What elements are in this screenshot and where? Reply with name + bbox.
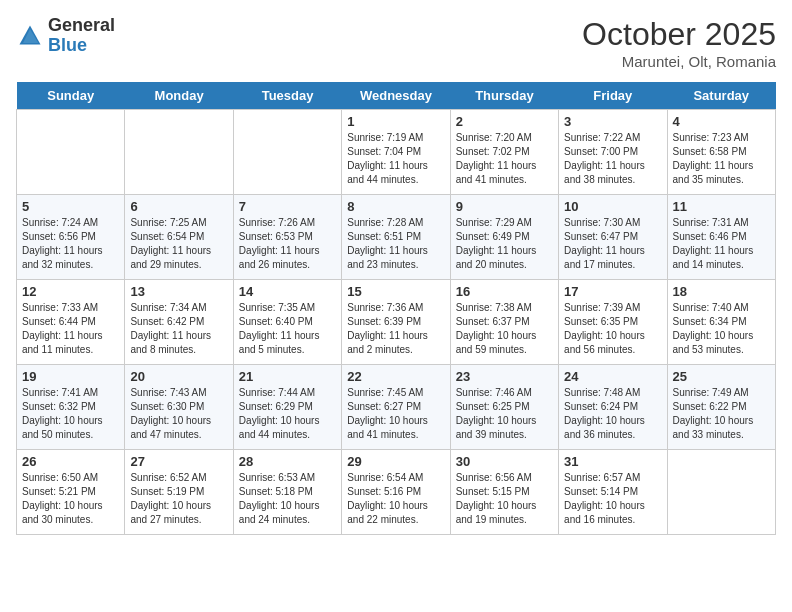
day-number: 9: [456, 199, 553, 214]
day-info: Sunrise: 7:36 AMSunset: 6:39 PMDaylight:…: [347, 302, 428, 355]
day-number: 28: [239, 454, 336, 469]
calendar-cell: 27 Sunrise: 6:52 AMSunset: 5:19 PMDaylig…: [125, 450, 233, 535]
day-info: Sunrise: 7:48 AMSunset: 6:24 PMDaylight:…: [564, 387, 645, 440]
day-number: 6: [130, 199, 227, 214]
weekday-header-tuesday: Tuesday: [233, 82, 341, 110]
day-number: 24: [564, 369, 661, 384]
day-info: Sunrise: 7:26 AMSunset: 6:53 PMDaylight:…: [239, 217, 320, 270]
day-number: 10: [564, 199, 661, 214]
calendar-cell: [125, 110, 233, 195]
day-number: 15: [347, 284, 444, 299]
calendar-cell: 5 Sunrise: 7:24 AMSunset: 6:56 PMDayligh…: [17, 195, 125, 280]
calendar-cell: 2 Sunrise: 7:20 AMSunset: 7:02 PMDayligh…: [450, 110, 558, 195]
day-number: 2: [456, 114, 553, 129]
day-number: 27: [130, 454, 227, 469]
weekday-header-monday: Monday: [125, 82, 233, 110]
day-info: Sunrise: 7:20 AMSunset: 7:02 PMDaylight:…: [456, 132, 537, 185]
day-info: Sunrise: 7:35 AMSunset: 6:40 PMDaylight:…: [239, 302, 320, 355]
day-info: Sunrise: 6:56 AMSunset: 5:15 PMDaylight:…: [456, 472, 537, 525]
page-header: General Blue October 2025 Maruntei, Olt,…: [16, 16, 776, 70]
calendar-cell: 15 Sunrise: 7:36 AMSunset: 6:39 PMDaylig…: [342, 280, 450, 365]
calendar-cell: 13 Sunrise: 7:34 AMSunset: 6:42 PMDaylig…: [125, 280, 233, 365]
day-number: 20: [130, 369, 227, 384]
calendar-cell: 31 Sunrise: 6:57 AMSunset: 5:14 PMDaylig…: [559, 450, 667, 535]
calendar-cell: [233, 110, 341, 195]
day-number: 21: [239, 369, 336, 384]
calendar-week-row: 26 Sunrise: 6:50 AMSunset: 5:21 PMDaylig…: [17, 450, 776, 535]
day-number: 8: [347, 199, 444, 214]
day-info: Sunrise: 6:57 AMSunset: 5:14 PMDaylight:…: [564, 472, 645, 525]
day-number: 13: [130, 284, 227, 299]
day-number: 26: [22, 454, 119, 469]
logo-text: General Blue: [48, 16, 115, 56]
calendar-cell: 22 Sunrise: 7:45 AMSunset: 6:27 PMDaylig…: [342, 365, 450, 450]
calendar-cell: 12 Sunrise: 7:33 AMSunset: 6:44 PMDaylig…: [17, 280, 125, 365]
day-number: 14: [239, 284, 336, 299]
day-info: Sunrise: 6:53 AMSunset: 5:18 PMDaylight:…: [239, 472, 320, 525]
calendar-cell: [17, 110, 125, 195]
calendar-cell: 19 Sunrise: 7:41 AMSunset: 6:32 PMDaylig…: [17, 365, 125, 450]
logo-blue-text: Blue: [48, 36, 115, 56]
day-info: Sunrise: 7:24 AMSunset: 6:56 PMDaylight:…: [22, 217, 103, 270]
title-block: October 2025 Maruntei, Olt, Romania: [582, 16, 776, 70]
day-number: 1: [347, 114, 444, 129]
day-info: Sunrise: 7:45 AMSunset: 6:27 PMDaylight:…: [347, 387, 428, 440]
calendar-week-row: 1 Sunrise: 7:19 AMSunset: 7:04 PMDayligh…: [17, 110, 776, 195]
day-number: 12: [22, 284, 119, 299]
calendar-cell: 17 Sunrise: 7:39 AMSunset: 6:35 PMDaylig…: [559, 280, 667, 365]
day-info: Sunrise: 7:19 AMSunset: 7:04 PMDaylight:…: [347, 132, 428, 185]
day-info: Sunrise: 7:31 AMSunset: 6:46 PMDaylight:…: [673, 217, 754, 270]
day-info: Sunrise: 7:23 AMSunset: 6:58 PMDaylight:…: [673, 132, 754, 185]
logo-icon: [16, 22, 44, 50]
calendar-cell: 29 Sunrise: 6:54 AMSunset: 5:16 PMDaylig…: [342, 450, 450, 535]
day-number: 19: [22, 369, 119, 384]
calendar-cell: 1 Sunrise: 7:19 AMSunset: 7:04 PMDayligh…: [342, 110, 450, 195]
calendar-cell: 28 Sunrise: 6:53 AMSunset: 5:18 PMDaylig…: [233, 450, 341, 535]
day-info: Sunrise: 6:52 AMSunset: 5:19 PMDaylight:…: [130, 472, 211, 525]
calendar-cell: [667, 450, 775, 535]
calendar-cell: 21 Sunrise: 7:44 AMSunset: 6:29 PMDaylig…: [233, 365, 341, 450]
calendar-cell: 18 Sunrise: 7:40 AMSunset: 6:34 PMDaylig…: [667, 280, 775, 365]
calendar-week-row: 12 Sunrise: 7:33 AMSunset: 6:44 PMDaylig…: [17, 280, 776, 365]
day-number: 22: [347, 369, 444, 384]
calendar-cell: 8 Sunrise: 7:28 AMSunset: 6:51 PMDayligh…: [342, 195, 450, 280]
day-info: Sunrise: 7:43 AMSunset: 6:30 PMDaylight:…: [130, 387, 211, 440]
day-info: Sunrise: 7:34 AMSunset: 6:42 PMDaylight:…: [130, 302, 211, 355]
day-info: Sunrise: 7:22 AMSunset: 7:00 PMDaylight:…: [564, 132, 645, 185]
day-number: 4: [673, 114, 770, 129]
calendar-cell: 25 Sunrise: 7:49 AMSunset: 6:22 PMDaylig…: [667, 365, 775, 450]
calendar-cell: 24 Sunrise: 7:48 AMSunset: 6:24 PMDaylig…: [559, 365, 667, 450]
day-number: 30: [456, 454, 553, 469]
calendar-cell: 23 Sunrise: 7:46 AMSunset: 6:25 PMDaylig…: [450, 365, 558, 450]
calendar-week-row: 5 Sunrise: 7:24 AMSunset: 6:56 PMDayligh…: [17, 195, 776, 280]
day-info: Sunrise: 7:28 AMSunset: 6:51 PMDaylight:…: [347, 217, 428, 270]
day-info: Sunrise: 7:29 AMSunset: 6:49 PMDaylight:…: [456, 217, 537, 270]
day-number: 11: [673, 199, 770, 214]
calendar-table: SundayMondayTuesdayWednesdayThursdayFrid…: [16, 82, 776, 535]
weekday-header-row: SundayMondayTuesdayWednesdayThursdayFrid…: [17, 82, 776, 110]
day-number: 3: [564, 114, 661, 129]
day-info: Sunrise: 7:33 AMSunset: 6:44 PMDaylight:…: [22, 302, 103, 355]
day-number: 29: [347, 454, 444, 469]
day-info: Sunrise: 7:25 AMSunset: 6:54 PMDaylight:…: [130, 217, 211, 270]
day-number: 16: [456, 284, 553, 299]
day-info: Sunrise: 7:46 AMSunset: 6:25 PMDaylight:…: [456, 387, 537, 440]
weekday-header-sunday: Sunday: [17, 82, 125, 110]
calendar-cell: 11 Sunrise: 7:31 AMSunset: 6:46 PMDaylig…: [667, 195, 775, 280]
logo-general-text: General: [48, 16, 115, 36]
location-subtitle: Maruntei, Olt, Romania: [582, 53, 776, 70]
day-info: Sunrise: 7:40 AMSunset: 6:34 PMDaylight:…: [673, 302, 754, 355]
day-number: 23: [456, 369, 553, 384]
day-info: Sunrise: 6:50 AMSunset: 5:21 PMDaylight:…: [22, 472, 103, 525]
logo: General Blue: [16, 16, 115, 56]
day-number: 7: [239, 199, 336, 214]
calendar-cell: 9 Sunrise: 7:29 AMSunset: 6:49 PMDayligh…: [450, 195, 558, 280]
calendar-cell: 7 Sunrise: 7:26 AMSunset: 6:53 PMDayligh…: [233, 195, 341, 280]
calendar-cell: 10 Sunrise: 7:30 AMSunset: 6:47 PMDaylig…: [559, 195, 667, 280]
calendar-cell: 6 Sunrise: 7:25 AMSunset: 6:54 PMDayligh…: [125, 195, 233, 280]
day-info: Sunrise: 7:49 AMSunset: 6:22 PMDaylight:…: [673, 387, 754, 440]
weekday-header-wednesday: Wednesday: [342, 82, 450, 110]
day-number: 5: [22, 199, 119, 214]
weekday-header-thursday: Thursday: [450, 82, 558, 110]
month-title: October 2025: [582, 16, 776, 53]
